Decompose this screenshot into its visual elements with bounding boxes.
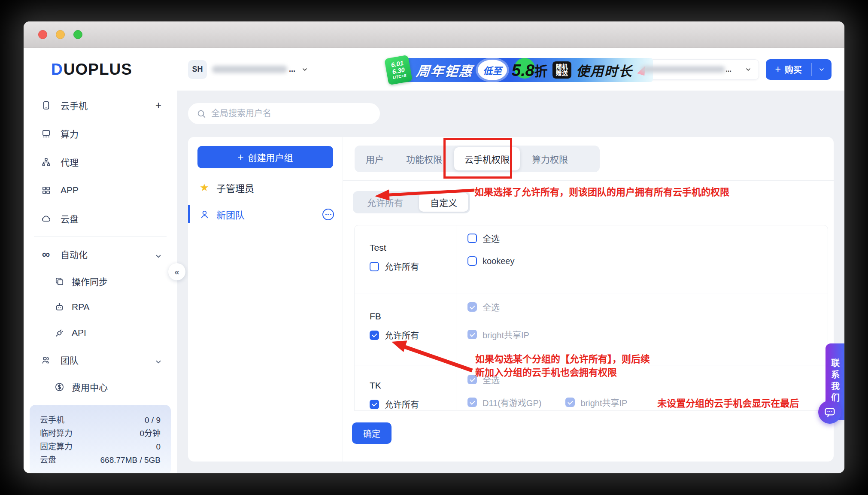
annotation-group-allow-tip-line2: 新加入分组的云手机也会拥有权限 bbox=[475, 366, 650, 379]
tab-users[interactable]: 用户 bbox=[355, 146, 395, 172]
sidebar: DUOPLUS 云手机 + 算力 代理 APP bbox=[24, 48, 177, 473]
masked-account-email bbox=[212, 66, 287, 73]
sidebar-item-app[interactable]: APP bbox=[24, 176, 177, 204]
sidebar-item-api[interactable]: API bbox=[24, 320, 177, 346]
sidebar-item-label: 自动化 bbox=[61, 248, 88, 261]
group-permission-table: Test 允许所有 全选 kookeey bbox=[354, 225, 828, 411]
contact-us-label: 联系我们 bbox=[829, 358, 841, 405]
allow-all-checkbox[interactable] bbox=[370, 331, 379, 340]
avatar[interactable]: SH bbox=[188, 60, 207, 79]
team-icon bbox=[41, 355, 51, 365]
group-more-actions-button[interactable] bbox=[322, 209, 334, 220]
sidebar-item-team[interactable]: 团队 bbox=[24, 346, 177, 374]
quota-label: 固定算力 bbox=[40, 440, 73, 453]
sidebar-item-label: 算力 bbox=[61, 127, 79, 140]
app-window: DUOPLUS 云手机 + 算力 代理 APP bbox=[24, 21, 844, 473]
buy-split-button[interactable]: + 购买 bbox=[766, 59, 832, 80]
promo-gift-line2: 赠送 bbox=[556, 70, 568, 76]
sidebar-item-label: 代理 bbox=[61, 155, 79, 168]
group-item-new-team[interactable]: 新团队 bbox=[188, 203, 343, 226]
tab-cloud-phone-permission[interactable]: 云手机权限 bbox=[454, 147, 520, 170]
permission-tab-group: 用户 功能权限 云手机权限 算力权限 bbox=[355, 146, 600, 172]
device-checkbox[interactable] bbox=[467, 256, 477, 266]
sidebar-item-label: 团队 bbox=[61, 353, 79, 366]
promo-suffix: 使用时长 bbox=[576, 61, 633, 80]
search-icon bbox=[197, 109, 206, 118]
quota-value: 0 / 9 bbox=[145, 413, 161, 427]
quota-summary-card: 云手机0 / 9 临时算力0分钟 固定算力0 云盘668.77MB / 5GB bbox=[30, 405, 171, 473]
select-all-checkbox[interactable] bbox=[467, 302, 477, 312]
group-item-label: 子管理员 bbox=[216, 181, 254, 194]
sidebar-item-label: API bbox=[72, 328, 86, 338]
device-checkbox[interactable] bbox=[467, 330, 477, 339]
buy-more-options-button[interactable] bbox=[812, 59, 832, 80]
add-cloud-phone-button[interactable]: + bbox=[155, 99, 161, 111]
annotation-group-allow-tip-line1: 如果勾选某个分组的【允许所有】，则后续 bbox=[475, 352, 650, 366]
phone-icon bbox=[41, 100, 51, 110]
scope-option-custom[interactable]: 自定义 bbox=[419, 193, 468, 212]
device-checkbox[interactable] bbox=[565, 398, 575, 407]
tab-compute-permission[interactable]: 算力权限 bbox=[521, 146, 579, 172]
sidebar-item-operation-sync[interactable]: 操作同步 bbox=[24, 268, 177, 294]
chevron-down-icon bbox=[155, 251, 161, 258]
proxy-network-icon bbox=[41, 157, 51, 167]
confirm-button[interactable]: 确定 bbox=[352, 422, 392, 444]
sidebar-item-label: 费用中心 bbox=[72, 380, 108, 393]
grid-icon bbox=[41, 185, 51, 195]
promo-discount: 5.8 折 bbox=[512, 61, 548, 80]
scope-option-allow-all[interactable]: 允许所有 bbox=[353, 196, 417, 209]
sidebar-collapse-button[interactable]: « bbox=[168, 263, 185, 280]
group-name: FB bbox=[370, 311, 456, 322]
sidebar-item-label: 云盘 bbox=[61, 212, 79, 225]
devices-cell: 全选 kookeey bbox=[456, 225, 828, 294]
select-all-checkbox[interactable] bbox=[467, 234, 477, 243]
minimize-window-button[interactable] bbox=[56, 30, 65, 39]
sidebar-item-label: APP bbox=[61, 185, 79, 195]
sidebar-item-rpa[interactable]: RPA bbox=[24, 294, 177, 320]
close-window-button[interactable] bbox=[38, 30, 47, 39]
quota-row: 临时算力0分钟 bbox=[40, 427, 161, 440]
search-input[interactable] bbox=[211, 109, 366, 118]
promo-gift-badge: 随机 赠送 bbox=[552, 61, 571, 79]
account-dropdown[interactable]: ... bbox=[212, 65, 308, 74]
sidebar-item-automation[interactable]: ∞ 自动化 bbox=[24, 240, 177, 268]
create-user-group-button[interactable]: + 创建用户组 bbox=[197, 146, 333, 168]
device-checkbox[interactable] bbox=[467, 398, 477, 407]
plug-icon bbox=[54, 328, 64, 338]
person-icon bbox=[198, 210, 210, 219]
annotation-ungrouped-tip: 未设置分组的云手机会显示在最后 bbox=[657, 395, 799, 409]
sidebar-item-proxy[interactable]: 代理 bbox=[24, 148, 177, 176]
group-item-sub-admin[interactable]: ★ 子管理员 bbox=[188, 176, 343, 199]
chat-icon bbox=[824, 406, 836, 418]
cloud-icon bbox=[41, 213, 51, 224]
promo-low-to-badge: 低至 bbox=[478, 60, 507, 80]
allow-all-label: 允许所有 bbox=[385, 329, 419, 341]
sidebar-item-billing-center[interactable]: 费用中心 bbox=[24, 374, 177, 400]
allow-all-label: 允许所有 bbox=[385, 260, 419, 273]
permission-detail-column: 用户 功能权限 云手机权限 算力权限 允许所有 自定义 bbox=[343, 137, 834, 462]
tab-feature-permission[interactable]: 功能权限 bbox=[395, 146, 453, 172]
buy-label: 购买 bbox=[785, 63, 802, 76]
quota-label: 临时算力 bbox=[40, 427, 73, 440]
logo-rest: UOPLUS bbox=[64, 61, 132, 79]
promo-banner[interactable]: 6.01 6.30 UTC+8 周年钜惠 低至 5.8 折 随机 bbox=[386, 57, 653, 83]
promo-strip: 周年钜惠 低至 5.8 折 随机 赠送 使用时长 bbox=[405, 58, 653, 82]
chat-bubble-button[interactable] bbox=[818, 401, 841, 424]
allow-all-checkbox[interactable] bbox=[370, 400, 379, 409]
create-user-group-label: 创建用户组 bbox=[248, 151, 293, 164]
sidebar-item-cloud-phone[interactable]: 云手机 + bbox=[24, 91, 177, 119]
star-icon: ★ bbox=[198, 182, 210, 194]
allow-all-checkbox[interactable] bbox=[370, 262, 379, 271]
group-cell: Test 允许所有 bbox=[355, 225, 456, 294]
logo-first-letter: D bbox=[51, 61, 63, 79]
sidebar-item-cloud-disk[interactable]: 云盘 bbox=[24, 204, 177, 233]
buy-button[interactable]: + 购买 bbox=[766, 59, 811, 80]
sidebar-item-compute[interactable]: 算力 bbox=[24, 119, 177, 148]
zoom-window-button[interactable] bbox=[73, 30, 82, 39]
annotation-group-allow-tip: 如果勾选某个分组的【允许所有】，则后续 新加入分组的云手机也会拥有权限 bbox=[475, 352, 650, 379]
brand-logo: DUOPLUS bbox=[24, 48, 177, 91]
global-search[interactable] bbox=[188, 103, 380, 124]
team-permission-panel: + 创建用户组 ★ 子管理员 新团队 bbox=[188, 137, 834, 462]
chevron-down-icon bbox=[745, 66, 752, 73]
group-cell: FB 允许所有 bbox=[355, 294, 456, 365]
